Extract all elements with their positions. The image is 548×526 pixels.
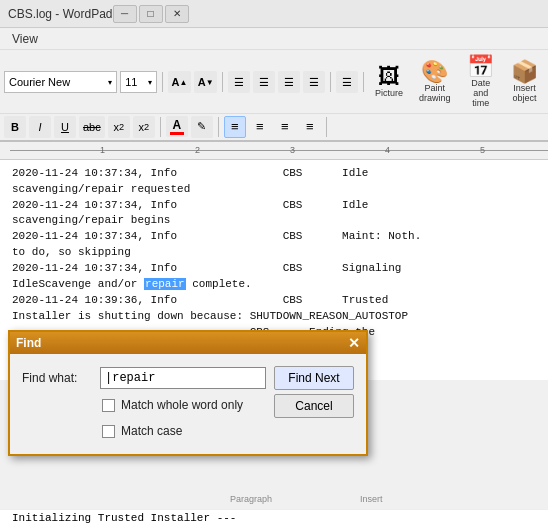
datetime-button[interactable]: 📅 Date andtime <box>461 54 501 111</box>
paragraph-group-label: Paragraph <box>230 494 272 504</box>
doc-line-4: 2020-11-24 10:37:34, Info CBS Maint: Not… <box>12 229 536 245</box>
ruler-mark-2: 2 <box>195 145 200 155</box>
separator-3 <box>330 72 331 92</box>
bottom-text: Initializing Trusted Installer --- <box>12 512 236 524</box>
strikethrough-button[interactable]: abc <box>79 116 105 138</box>
find-what-input[interactable] <box>100 367 266 389</box>
find-next-button[interactable]: Find Next <box>274 366 354 390</box>
close-button[interactable]: ✕ <box>165 5 189 23</box>
justify-button[interactable]: ≡ <box>299 116 321 138</box>
paint-label: Paintdrawing <box>419 84 451 104</box>
menu-item-view[interactable]: View <box>4 30 46 48</box>
grow-font-button[interactable]: A▲ <box>168 71 191 93</box>
separator-2 <box>222 72 223 92</box>
font-color-swatch <box>170 132 184 135</box>
ruler-mark-1: 1 <box>100 145 105 155</box>
line-spacing-button[interactable]: ☰ <box>336 71 358 93</box>
doc-line-2: 2020-11-24 10:37:34, Info CBS Idle <box>12 198 536 214</box>
paint-button[interactable]: 🎨 Paintdrawing <box>413 59 457 106</box>
find-dialog: Find ✕ Find what: Find Next Match whole … <box>8 330 368 456</box>
minimize-button[interactable]: ─ <box>113 5 137 23</box>
underline-button[interactable]: U <box>54 116 76 138</box>
datetime-icon: 📅 <box>467 56 494 78</box>
cancel-button[interactable]: Cancel <box>274 394 354 418</box>
find-dialog-body: Find what: Find Next Match whole word on… <box>10 354 366 454</box>
bullets-button[interactable]: ☰ <box>228 71 250 93</box>
ruler-mark-3: 3 <box>290 145 295 155</box>
match-whole-word-label: Match whole word only <box>121 398 243 412</box>
separator-7 <box>326 117 327 137</box>
ruler: 1 2 3 4 5 <box>0 142 548 160</box>
paint-icon: 🎨 <box>421 61 448 83</box>
doc-line-0: 2020-11-24 10:37:34, Info CBS Idle <box>12 166 536 182</box>
toolbar-row-format: B I U abc x2 x2 A ✎ ≡ ≡ ≡ ≡ Font Paragra… <box>0 114 548 142</box>
highlighted-word: repair <box>144 278 186 290</box>
numbering-button[interactable]: ☰ <box>253 71 275 93</box>
separator-1 <box>162 72 163 92</box>
doc-line-9: Installer is shutting down because: SHUT… <box>12 309 536 325</box>
doc-line-3: scavenging/repair begins <box>12 213 536 229</box>
title-bar-controls: ─ □ ✕ <box>113 5 189 23</box>
shrink-font-button[interactable]: A▼ <box>194 71 217 93</box>
menu-bar: View <box>0 28 548 50</box>
font-name-dropdown[interactable]: Courier New ▾ <box>4 71 117 93</box>
find-dialog-titlebar: Find ✕ <box>10 332 366 354</box>
toolbar-row-font: Courier New ▾ 11 ▾ A▲ A▼ ☰ ☰ ☰ ☰ ☰ 🖼 Pic… <box>0 50 548 114</box>
italic-button[interactable]: I <box>29 116 51 138</box>
maximize-button[interactable]: □ <box>139 5 163 23</box>
insert-group-label: Insert <box>360 494 383 504</box>
highlight-button[interactable]: ✎ <box>191 116 213 138</box>
align-left-button[interactable]: ≡ <box>224 116 246 138</box>
font-color-icon: A <box>172 118 181 132</box>
align-right-button[interactable]: ≡ <box>274 116 296 138</box>
subscript-button[interactable]: x2 <box>108 116 130 138</box>
font-dropdown-arrow: ▾ <box>108 78 112 87</box>
doc-line-7: IdleScavenge and/or repair complete. <box>12 277 536 293</box>
separator-6 <box>218 117 219 137</box>
ruler-mark-5: 5 <box>480 145 485 155</box>
separator-5 <box>160 117 161 137</box>
ruler-mark-4: 4 <box>385 145 390 155</box>
insert-group: 🖼 Picture 🎨 Paintdrawing 📅 Date andtime … <box>369 54 544 111</box>
object-icon: 📦 <box>511 61 538 83</box>
bottom-status-line: Initializing Trusted Installer --- <box>0 509 548 526</box>
match-case-checkbox[interactable] <box>102 425 115 438</box>
decrease-indent-button[interactable]: ☰ <box>278 71 300 93</box>
find-options: Match whole word only Cancel Match case <box>22 398 354 444</box>
increase-indent-button[interactable]: ☰ <box>303 71 325 93</box>
cancel-row: Cancel <box>100 412 354 418</box>
title-bar: CBS.log - WordPad ─ □ ✕ <box>0 0 548 28</box>
font-color-button[interactable]: A <box>166 116 188 137</box>
datetime-label: Date andtime <box>467 79 495 109</box>
superscript-button[interactable]: x2 <box>133 116 155 138</box>
align-center-button[interactable]: ≡ <box>249 116 271 138</box>
picture-button[interactable]: 🖼 Picture <box>369 64 409 101</box>
find-what-label: Find what: <box>22 371 92 385</box>
object-label: Insertobject <box>512 84 536 104</box>
match-case-label: Match case <box>121 424 182 438</box>
find-dialog-title: Find <box>16 336 41 350</box>
font-size-dropdown[interactable]: 11 ▾ <box>120 71 157 93</box>
doc-line-5: to do, so skipping <box>12 245 536 261</box>
title-bar-title: CBS.log - WordPad <box>8 7 113 21</box>
picture-icon: 🖼 <box>378 66 400 88</box>
doc-line-8: 2020-11-24 10:39:36, Info CBS Trusted <box>12 293 536 309</box>
find-what-row: Find what: Find Next <box>22 366 354 390</box>
ruler-line <box>10 150 548 151</box>
find-dialog-close-button[interactable]: ✕ <box>348 336 360 350</box>
doc-line-1: scavenging/repair requested <box>12 182 536 198</box>
picture-label: Picture <box>375 89 403 99</box>
separator-4 <box>363 72 364 92</box>
match-whole-word-checkbox[interactable] <box>102 399 115 412</box>
bold-button[interactable]: B <box>4 116 26 138</box>
match-case-row: Match case <box>100 424 354 438</box>
doc-line-6: 2020-11-24 10:37:34, Info CBS Signaling <box>12 261 536 277</box>
object-button[interactable]: 📦 Insertobject <box>505 59 544 106</box>
size-dropdown-arrow: ▾ <box>148 78 152 87</box>
